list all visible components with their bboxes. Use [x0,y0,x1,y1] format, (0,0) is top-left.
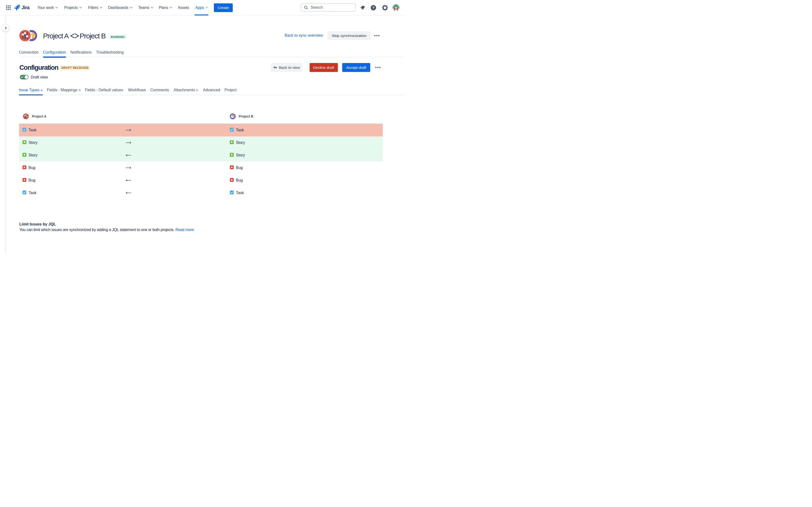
svg-text:?: ? [372,6,374,10]
